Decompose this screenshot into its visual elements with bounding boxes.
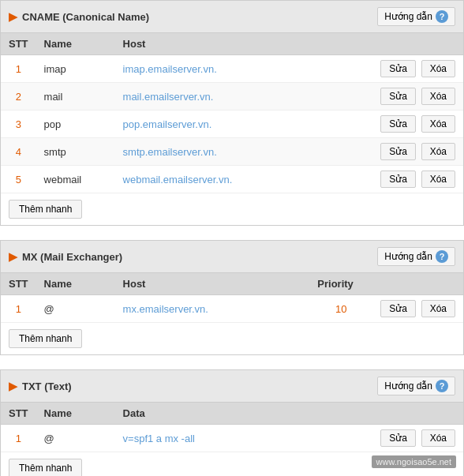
- cname-host: smtp.emailserver.vn.: [115, 138, 373, 166]
- sua-button[interactable]: Sửa: [380, 88, 416, 105]
- cname-name: pop: [36, 111, 115, 138]
- cname-help-icon: ?: [436, 10, 448, 23]
- txt-title-text: TXT (Text): [22, 380, 72, 392]
- mx-add-button[interactable]: Thêm nhanh: [9, 329, 82, 348]
- cname-actions: Sửa Xóa: [372, 166, 463, 193]
- txt-add-button[interactable]: Thêm nhanh: [9, 459, 82, 476]
- sua-button[interactable]: Sửa: [380, 115, 416, 133]
- mx-header: ▶ MX (Mail Exchanger) Hướng dẫn ?: [1, 241, 463, 273]
- txt-header: ▶ TXT (Text) Hướng dẫn ?: [1, 370, 463, 403]
- table-row: 1 @ mx.emailserver.vn. 10 Sửa Xóa: [1, 295, 463, 323]
- txt-title: ▶ TXT (Text): [9, 380, 72, 392]
- txt-help-icon: ?: [436, 380, 448, 392]
- mx-help-icon: ?: [436, 250, 448, 263]
- cname-title: ▶ CNAME (Canonical Name): [9, 10, 149, 23]
- xoa-button[interactable]: Xóa: [421, 171, 455, 188]
- cname-host: webmail.emailserver.vn.: [115, 166, 373, 193]
- mx-guide-label: Hướng dẫn: [384, 251, 432, 262]
- cname-header: ▶ CNAME (Canonical Name) Hướng dẫn ?: [1, 1, 463, 33]
- mx-actions: Sửa Xóa: [372, 295, 463, 323]
- xoa-button[interactable]: Xóa: [421, 143, 455, 160]
- mx-stt: 1: [1, 295, 36, 323]
- txt-col-data: Data: [115, 403, 373, 425]
- mx-arrow-icon: ▶: [9, 250, 17, 263]
- cname-title-text: CNAME (Canonical Name): [22, 11, 149, 23]
- table-row: 3 pop pop.emailserver.vn. Sửa Xóa: [1, 111, 463, 138]
- xoa-button[interactable]: Xóa: [421, 60, 455, 77]
- txt-guide-button[interactable]: Hướng dẫn ?: [377, 377, 455, 395]
- sua-button[interactable]: Sửa: [380, 429, 416, 447]
- table-row: 1 @ v=spf1 a mx -all Sửa Xóa: [1, 425, 463, 452]
- cname-col-stt: STT: [1, 33, 36, 55]
- sua-button[interactable]: Sửa: [380, 60, 416, 77]
- xoa-button[interactable]: Xóa: [421, 300, 455, 317]
- cname-stt: 3: [1, 111, 36, 138]
- cname-host: mail.emailserver.vn.: [115, 83, 373, 111]
- txt-table: STT Name Data 1 @ v=spf1 a mx -all Sửa X…: [1, 403, 463, 452]
- txt-col-stt: STT: [1, 403, 36, 425]
- table-row: 2 mail mail.emailserver.vn. Sửa Xóa: [1, 83, 463, 111]
- mx-guide-button[interactable]: Hướng dẫn ?: [377, 247, 455, 266]
- mx-col-host: Host: [115, 273, 310, 295]
- cname-arrow-icon: ▶: [9, 10, 17, 23]
- cname-actions: Sửa Xóa: [372, 138, 463, 166]
- cname-name: webmail: [36, 166, 115, 193]
- txt-data: v=spf1 a mx -all: [115, 425, 373, 452]
- cname-guide-button[interactable]: Hướng dẫn ?: [377, 7, 455, 26]
- mx-col-name: Name: [36, 273, 115, 295]
- mx-col-priority: Priority: [309, 273, 372, 295]
- txt-name: @: [36, 425, 115, 452]
- cname-col-host: Host: [115, 33, 373, 55]
- cname-actions: Sửa Xóa: [372, 83, 463, 111]
- cname-actions: Sửa Xóa: [372, 111, 463, 138]
- mx-title-text: MX (Mail Exchanger): [22, 251, 122, 263]
- mx-title: ▶ MX (Mail Exchanger): [9, 250, 122, 263]
- table-row: 4 smtp smtp.emailserver.vn. Sửa Xóa: [1, 138, 463, 166]
- cname-stt: 4: [1, 138, 36, 166]
- cname-name: imap: [36, 55, 115, 83]
- cname-host: imap.emailserver.vn.: [115, 55, 373, 83]
- mx-col-actions: [372, 273, 463, 295]
- cname-add-button[interactable]: Thêm nhanh: [9, 200, 82, 219]
- cname-host: pop.emailserver.vn.: [115, 111, 373, 138]
- sua-button[interactable]: Sửa: [380, 300, 416, 317]
- cname-col-actions: [372, 33, 463, 55]
- table-row: 5 webmail webmail.emailserver.vn. Sửa Xó…: [1, 166, 463, 193]
- mx-name: @: [36, 295, 115, 323]
- xoa-button[interactable]: Xóa: [421, 115, 455, 133]
- txt-col-actions: [372, 403, 463, 425]
- table-row: 1 imap imap.emailserver.vn. Sửa Xóa: [1, 55, 463, 83]
- cname-col-name: Name: [36, 33, 115, 55]
- cname-table: STT Name Host 1 imap imap.emailserver.vn…: [1, 33, 463, 193]
- xoa-button[interactable]: Xóa: [421, 429, 455, 447]
- cname-guide-label: Hướng dẫn: [384, 11, 432, 22]
- txt-actions: Sửa Xóa: [372, 425, 463, 452]
- txt-section: ▶ TXT (Text) Hướng dẫn ? STT Name Data 1…: [0, 369, 464, 476]
- cname-section: ▶ CNAME (Canonical Name) Hướng dẫn ? STT…: [0, 0, 464, 226]
- cname-actions: Sửa Xóa: [372, 55, 463, 83]
- txt-guide-label: Hướng dẫn: [384, 380, 432, 392]
- cname-name: smtp: [36, 138, 115, 166]
- cname-stt: 5: [1, 166, 36, 193]
- xoa-button[interactable]: Xóa: [421, 88, 455, 105]
- mx-col-stt: STT: [1, 273, 36, 295]
- txt-col-name: Name: [36, 403, 115, 425]
- cname-stt: 2: [1, 83, 36, 111]
- sua-button[interactable]: Sửa: [380, 143, 416, 160]
- mx-section: ▶ MX (Mail Exchanger) Hướng dẫn ? STT Na…: [0, 240, 464, 355]
- mx-table: STT Name Host Priority 1 @ mx.emailserve…: [1, 273, 463, 323]
- txt-stt: 1: [1, 425, 36, 452]
- cname-name: mail: [36, 83, 115, 111]
- cname-stt: 1: [1, 55, 36, 83]
- mx-priority: 10: [309, 295, 372, 323]
- mx-host: mx.emailserver.vn.: [115, 295, 310, 323]
- sua-button[interactable]: Sửa: [380, 171, 416, 188]
- txt-arrow-icon: ▶: [9, 380, 17, 392]
